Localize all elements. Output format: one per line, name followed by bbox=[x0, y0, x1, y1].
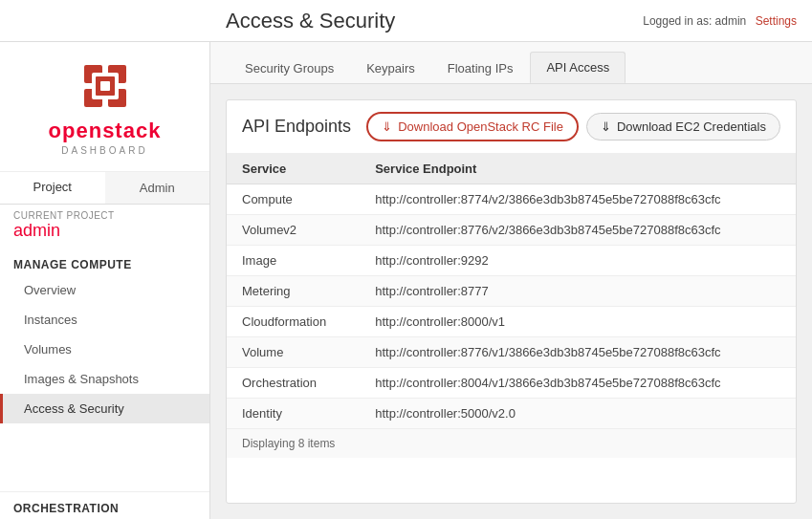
sidebar-logo: openstack DASHBOARD bbox=[0, 42, 209, 172]
logged-in-label: Logged in as: admin bbox=[643, 14, 746, 28]
table-header-service: Service bbox=[227, 154, 360, 184]
tab-keypairs[interactable]: Keypairs bbox=[351, 54, 430, 83]
table-row: Volumev2 http://controller:8776/v2/3866e… bbox=[227, 215, 796, 246]
service-name: Compute bbox=[227, 184, 360, 215]
service-endpoint: http://controller:5000/v2.0 bbox=[360, 399, 796, 429]
download-icon: ⇓ bbox=[382, 119, 392, 134]
service-endpoint: http://controller:8000/v1 bbox=[360, 307, 796, 337]
logo-sub: DASHBOARD bbox=[61, 145, 147, 156]
table-row: Volume http://controller:8776/v1/3866e3d… bbox=[227, 337, 796, 368]
service-name: Image bbox=[227, 246, 360, 276]
service-name: Orchestration bbox=[227, 368, 360, 399]
service-endpoint: http://controller:8004/v1/3866e3db3b8745… bbox=[360, 368, 796, 399]
settings-link[interactable]: Settings bbox=[756, 14, 797, 28]
sidebar: openstack DASHBOARD Project Admin CURREN… bbox=[0, 42, 210, 519]
tab-floating-ips[interactable]: Floating IPs bbox=[432, 54, 529, 83]
download-openstack-rc-label: Download OpenStack RC File bbox=[398, 119, 563, 134]
svg-rect-6 bbox=[100, 81, 110, 91]
download-ec2-credentials-button[interactable]: ⇓ Download EC2 Credentials bbox=[586, 113, 780, 141]
openstack-logo-icon bbox=[77, 57, 134, 115]
panel-title: API Endpoints bbox=[242, 117, 351, 137]
service-name: Volume bbox=[227, 337, 360, 368]
service-endpoint: http://controller:8776/v1/3866e3db3b8745… bbox=[360, 337, 796, 368]
sidebar-item-images-snapshots[interactable]: Images & Snapshots bbox=[0, 364, 209, 394]
sidebar-item-overview[interactable]: Overview bbox=[0, 275, 209, 305]
table-row: Orchestration http://controller:8004/v1/… bbox=[227, 368, 796, 399]
sidebar-tab-project[interactable]: Project bbox=[0, 172, 105, 204]
sidebar-item-volumes[interactable]: Volumes bbox=[0, 335, 209, 364]
sidebar-item-instances[interactable]: Instances bbox=[0, 305, 209, 335]
sidebar-tab-admin[interactable]: Admin bbox=[105, 172, 210, 204]
download-ec2-label: Download EC2 Credentials bbox=[617, 119, 766, 134]
service-name: Volumev2 bbox=[227, 215, 360, 246]
service-endpoint: http://controller:8776/v2/3866e3db3b8745… bbox=[360, 215, 796, 246]
service-endpoint: http://controller:9292 bbox=[360, 246, 796, 276]
page-title: Access & Security bbox=[226, 9, 395, 33]
sidebar-tabs: Project Admin bbox=[0, 172, 209, 205]
service-endpoint: http://controller:8777 bbox=[360, 276, 796, 307]
sidebar-item-access-security[interactable]: Access & Security bbox=[0, 394, 209, 423]
main-layout: openstack DASHBOARD Project Admin CURREN… bbox=[0, 42, 812, 519]
panel-footer: Displaying 8 items bbox=[227, 428, 796, 458]
api-endpoints-panel: API Endpoints ⇓ Download OpenStack RC Fi… bbox=[226, 99, 797, 504]
logo-text: openstack bbox=[49, 119, 162, 143]
orchestration-title: Orchestration bbox=[0, 491, 209, 519]
manage-compute-title: Manage Compute bbox=[0, 249, 209, 275]
top-header: Access & Security Logged in as: admin Se… bbox=[0, 0, 812, 42]
tab-security-groups[interactable]: Security Groups bbox=[230, 54, 349, 83]
current-project-label: CURRENT PROJECT bbox=[0, 205, 209, 221]
api-endpoints-table: Service Service Endpoint Compute http://… bbox=[227, 154, 796, 428]
download-openstack-rc-button[interactable]: ⇓ Download OpenStack RC File bbox=[366, 112, 579, 141]
service-name: Identity bbox=[227, 399, 360, 429]
content-area: Security Groups Keypairs Floating IPs AP… bbox=[210, 42, 812, 519]
panel-header: API Endpoints ⇓ Download OpenStack RC Fi… bbox=[227, 100, 796, 154]
table-row: Image http://controller:9292 bbox=[227, 246, 796, 276]
service-name: Metering bbox=[227, 276, 360, 307]
table-header-endpoint: Service Endpoint bbox=[360, 154, 796, 184]
table-row: Identity http://controller:5000/v2.0 bbox=[227, 399, 796, 429]
table-row: Compute http://controller:8774/v2/3866e3… bbox=[227, 184, 796, 215]
user-info: Logged in as: admin Settings bbox=[643, 14, 797, 28]
current-project-name: admin bbox=[0, 221, 209, 249]
tab-api-access[interactable]: API Access bbox=[530, 52, 625, 83]
service-endpoint: http://controller:8774/v2/3866e3db3b8745… bbox=[360, 184, 796, 215]
tabs-bar: Security Groups Keypairs Floating IPs AP… bbox=[210, 42, 812, 84]
table-row: Cloudformation http://controller:8000/v1 bbox=[227, 307, 796, 337]
download-ec2-icon: ⇓ bbox=[601, 119, 611, 134]
service-name: Cloudformation bbox=[227, 307, 360, 337]
table-row: Metering http://controller:8777 bbox=[227, 276, 796, 307]
